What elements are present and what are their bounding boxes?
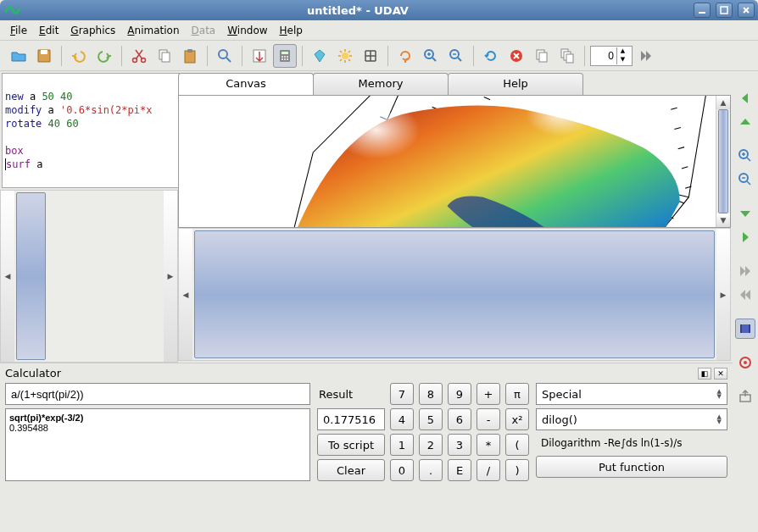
menu-window[interactable]: Window xyxy=(222,23,272,38)
spin-up[interactable]: ▲ xyxy=(616,47,628,56)
keypad-1[interactable]: 1 xyxy=(390,434,414,456)
run-icon[interactable] xyxy=(248,44,271,68)
keypad-pi[interactable]: π xyxy=(505,383,529,405)
svg-point-29 xyxy=(497,102,595,164)
copy-frame-icon[interactable] xyxy=(530,44,554,68)
editor-hscroll[interactable]: ◀ ▶ xyxy=(0,190,178,363)
keypad-multiply[interactable]: * xyxy=(477,434,500,456)
keypad-plus[interactable]: + xyxy=(477,383,500,405)
scroll-right-icon[interactable]: ▶ xyxy=(164,191,177,362)
move-right-icon[interactable] xyxy=(735,227,755,247)
close-panel-icon[interactable]: ✕ xyxy=(714,368,727,380)
rotate-up-icon[interactable] xyxy=(735,112,755,132)
sun-icon[interactable] xyxy=(333,44,357,68)
keypad-5[interactable]: 5 xyxy=(419,408,443,430)
canvas-hscroll[interactable]: ◀ ▶ xyxy=(178,228,731,361)
scroll-up-icon[interactable]: ▲ xyxy=(716,96,730,109)
svg-point-19 xyxy=(342,53,348,59)
clear-button[interactable]: Clear xyxy=(317,459,385,481)
open-icon[interactable] xyxy=(7,44,31,68)
stop-icon[interactable] xyxy=(504,44,528,68)
cut-icon[interactable] xyxy=(127,44,151,68)
svg-rect-0 xyxy=(699,12,705,14)
keypad-divide[interactable]: / xyxy=(477,459,500,481)
hscroll-thumb[interactable] xyxy=(194,230,715,358)
svg-rect-13 xyxy=(281,56,283,58)
film-icon[interactable] xyxy=(735,319,755,339)
tab-memory[interactable]: Memory xyxy=(313,73,449,95)
redo-icon[interactable] xyxy=(92,44,116,68)
move-down-icon[interactable] xyxy=(735,203,755,224)
keypad-3[interactable]: 3 xyxy=(448,434,471,456)
rotate-left-icon[interactable] xyxy=(735,88,755,108)
detach-icon[interactable]: ◧ xyxy=(698,368,711,380)
canvas-vscroll[interactable]: ▲ ▼ xyxy=(716,96,730,227)
restore-icon[interactable] xyxy=(393,44,417,68)
category-select[interactable]: Special▲▼ xyxy=(536,383,727,405)
svg-rect-15 xyxy=(287,56,288,58)
scroll-down-icon[interactable]: ▼ xyxy=(716,213,730,227)
vscroll-thumb[interactable] xyxy=(718,109,728,213)
script-editor[interactable]: new a 50 40 modify a '0.6*sin(2*pi*x rot… xyxy=(2,73,180,188)
grid-icon[interactable] xyxy=(359,44,382,68)
keypad-2[interactable]: 2 xyxy=(419,434,443,456)
keypad-7[interactable]: 7 xyxy=(390,383,414,405)
menu-help[interactable]: Help xyxy=(275,23,308,38)
calculator-icon[interactable] xyxy=(273,44,297,68)
zoom-out-icon[interactable] xyxy=(735,169,755,190)
diamond-icon[interactable] xyxy=(308,44,332,68)
save-icon[interactable] xyxy=(32,44,56,68)
copy-icon[interactable] xyxy=(153,44,176,68)
keypad-9[interactable]: 9 xyxy=(448,383,471,405)
tab-help[interactable]: Help xyxy=(448,73,583,95)
to-script-button[interactable]: To script xyxy=(317,434,385,456)
close-button[interactable] xyxy=(738,3,755,18)
keypad-6[interactable]: 6 xyxy=(448,408,471,430)
minimize-button[interactable] xyxy=(694,3,711,18)
keypad-lparen[interactable]: ( xyxy=(505,434,529,456)
copy-all-icon[interactable] xyxy=(555,44,579,68)
function-select[interactable]: dilog()▲▼ xyxy=(536,408,727,430)
menu-file[interactable]: File xyxy=(5,23,32,38)
calc-history[interactable]: sqrt(pi)*exp(-3/2) 0.395488 xyxy=(5,408,310,481)
app-icon xyxy=(3,1,22,19)
scroll-left-icon[interactable]: ◀ xyxy=(179,229,192,360)
menu-graphics[interactable]: Graphics xyxy=(65,23,120,38)
spin-down[interactable]: ▼ xyxy=(616,56,628,64)
scroll-left-icon[interactable]: ◀ xyxy=(1,191,14,362)
window-title: untitled* - UDAV xyxy=(22,4,694,17)
menu-animation[interactable]: Animation xyxy=(122,23,184,38)
keypad-0[interactable]: 0 xyxy=(390,459,414,481)
maximize-button[interactable] xyxy=(716,3,733,18)
zoom-out-icon[interactable] xyxy=(444,44,468,68)
frame-spin-input[interactable] xyxy=(591,50,616,62)
keypad-4[interactable]: 4 xyxy=(390,408,414,430)
find-icon[interactable] xyxy=(213,44,237,68)
tab-canvas[interactable]: Canvas xyxy=(178,73,314,95)
calculator-panel: Calculator ◧ ✕ sqrt(pi)*exp(-3/2) 0.3954… xyxy=(0,363,733,485)
prev-frame-icon[interactable] xyxy=(735,285,755,305)
scroll-right-icon[interactable]: ▶ xyxy=(716,229,730,360)
keypad-square[interactable]: x² xyxy=(505,408,529,430)
scroll-thumb[interactable] xyxy=(16,192,46,360)
zoom-in-icon[interactable] xyxy=(735,146,755,166)
keypad-8[interactable]: 8 xyxy=(419,383,443,405)
reload-icon[interactable] xyxy=(479,44,503,68)
undo-icon[interactable] xyxy=(67,44,91,68)
calc-expression-input[interactable] xyxy=(5,383,310,405)
menu-edit[interactable]: Edit xyxy=(34,23,64,38)
paste-icon[interactable] xyxy=(178,44,202,68)
keypad-dot[interactable]: . xyxy=(419,459,443,481)
history-result: 0.395488 xyxy=(9,423,306,433)
keypad-rparen[interactable]: ) xyxy=(505,459,529,481)
target-icon[interactable] xyxy=(735,352,755,373)
next-frame-icon[interactable] xyxy=(735,261,755,281)
frame-spinbox[interactable]: ▲▼ xyxy=(590,46,633,66)
keypad-E[interactable]: E xyxy=(448,459,471,481)
put-function-button[interactable]: Put function xyxy=(536,456,727,478)
plot-canvas[interactable]: ▲ ▼ xyxy=(178,95,731,228)
export-icon[interactable] xyxy=(735,386,755,407)
zoom-in-icon[interactable] xyxy=(419,44,443,68)
keypad-minus[interactable]: - xyxy=(477,408,500,430)
play-next-icon[interactable] xyxy=(634,44,658,68)
